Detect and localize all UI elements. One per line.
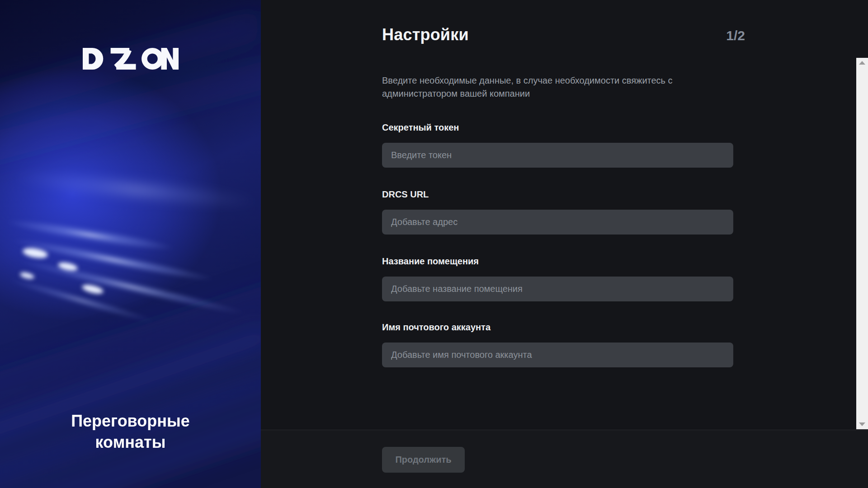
mail-account-input[interactable] — [382, 343, 733, 367]
secret-token-input[interactable] — [382, 143, 733, 168]
scroll-down-arrow-icon[interactable] — [856, 419, 868, 429]
intro-text: Введите необходимые данные, в случае нео… — [382, 74, 717, 100]
vertical-scrollbar[interactable] — [856, 58, 868, 429]
room-name-label: Название помещения — [382, 256, 733, 267]
secret-token-label: Секретный токен — [382, 122, 733, 133]
brand-tagline: Переговорные комнаты — [0, 410, 261, 453]
page-title: Настройки — [382, 25, 469, 44]
room-name-input[interactable] — [382, 277, 733, 301]
continue-button[interactable]: Продолжить — [382, 447, 465, 473]
field-room-name: Название помещения — [382, 256, 733, 305]
drcs-url-label: DRCS URL — [382, 189, 733, 200]
mail-account-label: Имя почтового аккаунта — [382, 322, 733, 333]
step-indicator: 1/2 — [726, 28, 745, 43]
footer-bar: Продолжить — [261, 430, 868, 488]
settings-panel: Настройки 1/2 Введите необходимые данные… — [261, 0, 868, 488]
dion-logo — [0, 47, 261, 72]
field-mail-account: Имя почтового аккаунта — [382, 322, 733, 371]
scroll-up-arrow-icon[interactable] — [856, 58, 868, 68]
field-drcs-url: DRCS URL — [382, 189, 733, 239]
drcs-url-input[interactable] — [382, 210, 733, 235]
brand-panel: Переговорные комнаты — [0, 0, 261, 488]
field-secret-token: Секретный токен — [382, 122, 733, 172]
dion-logo-icon — [83, 47, 179, 70]
